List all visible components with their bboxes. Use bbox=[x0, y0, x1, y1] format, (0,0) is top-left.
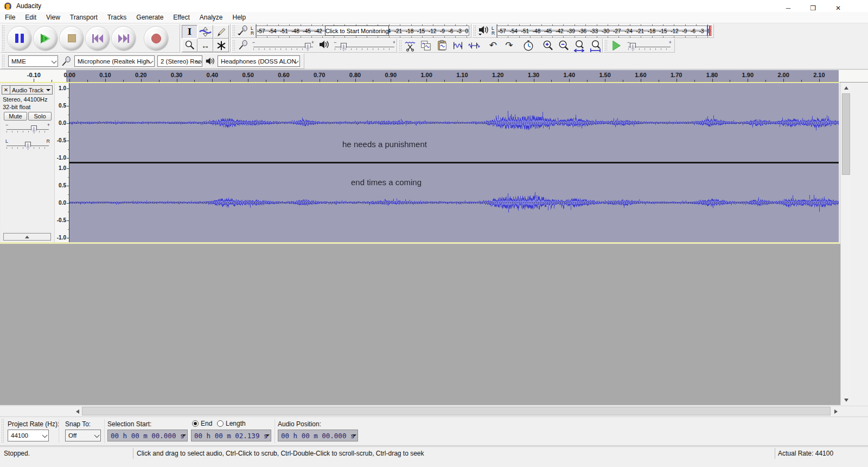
audacity-logo-icon bbox=[4, 2, 12, 10]
menu-bar: File Edit View Transport Tracks Generate… bbox=[0, 12, 868, 23]
project-rate-select[interactable]: 44100 bbox=[8, 430, 49, 441]
envelope-tool-icon bbox=[199, 26, 212, 37]
device-toolbar: MME Microphone (Realtek High 2 (Stereo) … bbox=[1, 53, 304, 69]
selection-toolbar-grabber[interactable] bbox=[1, 419, 5, 444]
record-button[interactable] bbox=[144, 27, 168, 51]
track-collapse-button[interactable] bbox=[3, 233, 51, 241]
recording-meter-grabber[interactable] bbox=[232, 25, 236, 37]
scroll-left-button[interactable] bbox=[72, 406, 82, 416]
playback-volume-speaker-icon bbox=[318, 40, 333, 52]
menu-help[interactable]: Help bbox=[228, 12, 251, 22]
skip-to-end-button[interactable] bbox=[112, 27, 136, 51]
vertical-scrollbar[interactable] bbox=[840, 83, 851, 405]
menu-analyze[interactable]: Analyze bbox=[195, 12, 228, 22]
record-meter-mic-icon[interactable] bbox=[237, 25, 250, 37]
scroll-up-button[interactable] bbox=[841, 83, 851, 92]
vertical-scrollbar-thumb[interactable] bbox=[842, 93, 850, 175]
zoom-out-button[interactable] bbox=[557, 40, 570, 52]
copy-button[interactable] bbox=[419, 40, 433, 52]
mute-button[interactable]: Mute bbox=[4, 112, 27, 121]
end-radio[interactable]: End bbox=[192, 420, 212, 427]
stop-button[interactable] bbox=[60, 27, 84, 51]
playback-meter-bars[interactable]: -57-54-51-48-45-42-39-36-33-30-27-24-21-… bbox=[496, 24, 712, 37]
horizontal-scrollbar[interactable] bbox=[0, 406, 868, 416]
pause-button[interactable] bbox=[8, 27, 31, 51]
sync-lock-button[interactable] bbox=[521, 40, 535, 52]
trim-audio-button[interactable] bbox=[451, 40, 465, 52]
timeshift-tool-button[interactable]: ↔ bbox=[197, 39, 213, 52]
spinner-icon[interactable] bbox=[182, 434, 186, 439]
playback-meter-grabber[interactable] bbox=[473, 25, 477, 37]
track-close-button[interactable]: ✕ bbox=[2, 86, 10, 94]
timeline-ruler[interactable]: -0.100.000.100.200.300.400.500.600.700.8… bbox=[0, 70, 868, 83]
selection-tool-button[interactable]: I bbox=[182, 25, 197, 39]
spinner-icon[interactable] bbox=[352, 434, 356, 439]
waveform-area[interactable]: he needs a punishment end times a coming bbox=[69, 83, 839, 242]
fit-project-button[interactable] bbox=[589, 40, 602, 52]
fit-selection-button[interactable] bbox=[572, 40, 586, 52]
title-bar: Audacity ─ ❒ ✕ bbox=[0, 0, 868, 12]
paste-icon bbox=[436, 40, 448, 52]
scroll-down-button[interactable] bbox=[841, 395, 851, 405]
track-title-bar: ✕ Audio Track bbox=[2, 85, 53, 94]
menu-transport[interactable]: Transport bbox=[65, 12, 103, 22]
draw-tool-button[interactable] bbox=[213, 25, 229, 39]
multi-tool-icon bbox=[216, 40, 227, 51]
transport-toolbar-grabber[interactable] bbox=[2, 25, 5, 52]
length-radio[interactable]: Length bbox=[217, 420, 246, 427]
device-toolbar-grabber[interactable] bbox=[2, 54, 5, 68]
radio-unselected-icon bbox=[217, 420, 224, 427]
playback-meter-speaker-icon[interactable] bbox=[478, 25, 491, 37]
menu-tracks[interactable]: Tracks bbox=[103, 12, 132, 22]
play-button[interactable] bbox=[34, 27, 58, 51]
selection-start-field[interactable]: 00 h 00 m 00.000 s bbox=[107, 430, 188, 441]
recording-device-select[interactable]: Microphone (Realtek High bbox=[74, 55, 155, 67]
menu-generate[interactable]: Generate bbox=[131, 12, 168, 22]
silence-audio-button[interactable] bbox=[467, 40, 481, 52]
menu-file[interactable]: File bbox=[0, 12, 20, 22]
audio-host-select[interactable]: MME bbox=[8, 55, 58, 67]
recording-channels-select[interactable]: 2 (Stereo) Recc bbox=[157, 55, 202, 67]
menu-effect[interactable]: Effect bbox=[168, 12, 194, 22]
mixer-toolbar-grabber[interactable] bbox=[232, 40, 236, 52]
horizontal-scrollbar-thumb[interactable] bbox=[82, 407, 831, 415]
cut-button[interactable] bbox=[403, 40, 417, 52]
spinner-icon[interactable] bbox=[265, 434, 270, 439]
skip-to-start-button[interactable] bbox=[86, 27, 110, 51]
play-at-speed-button[interactable] bbox=[612, 41, 625, 51]
edit-toolbar-grabber[interactable] bbox=[399, 40, 402, 52]
audacity-window: Audacity ─ ❒ ✕ File Edit View Transport … bbox=[0, 0, 868, 467]
track-gain-slider[interactable]: − + bbox=[4, 122, 51, 134]
undo-button[interactable]: ↶ bbox=[486, 40, 500, 52]
menu-edit[interactable]: Edit bbox=[20, 12, 41, 22]
track-name[interactable]: Audio Track bbox=[10, 87, 46, 93]
play-at-speed-grabber[interactable] bbox=[604, 40, 608, 52]
waveform-canvas[interactable] bbox=[69, 83, 839, 242]
playback-volume-slider[interactable]: − + bbox=[333, 40, 397, 52]
track-pan-slider[interactable]: L R bbox=[4, 138, 51, 150]
multi-tool-button[interactable] bbox=[213, 39, 229, 52]
selection-end-field[interactable]: 00 h 00 m 02.139 s bbox=[191, 430, 271, 441]
envelope-tool-button[interactable] bbox=[197, 25, 213, 39]
zoom-in-button[interactable] bbox=[540, 40, 554, 52]
playback-meter-toolbar[interactable]: LR -57-54-51-48-45-42-39-36-33-30-27-24-… bbox=[472, 24, 714, 38]
track-menu-caret-icon[interactable] bbox=[46, 89, 50, 93]
recording-volume-slider[interactable]: − + bbox=[251, 40, 315, 52]
zoom-in-icon bbox=[541, 40, 554, 52]
redo-button[interactable]: ↷ bbox=[502, 40, 516, 52]
solo-button[interactable]: Solo bbox=[28, 112, 52, 121]
stop-icon bbox=[68, 34, 76, 42]
snap-to-select[interactable]: Off bbox=[65, 430, 101, 441]
selection-start-label: Selection Start: bbox=[107, 420, 151, 428]
scroll-right-button[interactable] bbox=[831, 406, 841, 416]
play-speed-slider[interactable]: − + bbox=[626, 40, 673, 52]
empty-track-area[interactable] bbox=[0, 244, 840, 405]
zoom-tool-button[interactable] bbox=[182, 39, 197, 52]
recording-meter-toolbar[interactable]: LR -57-54-51-48-45-42-39-36-33-30-27-24-… bbox=[231, 24, 471, 38]
playback-device-select[interactable]: Headphones (DOSS ALON bbox=[218, 55, 300, 67]
paste-button[interactable] bbox=[435, 40, 449, 52]
audio-position-field[interactable]: 00 h 00 m 00.000 s bbox=[278, 430, 358, 441]
vertical-scale-ruler[interactable]: 1.00.50.0-0.5-1.01.00.50.0-0.5-1.0 bbox=[54, 83, 69, 242]
menu-view[interactable]: View bbox=[41, 12, 65, 22]
draw-tool-icon bbox=[216, 27, 227, 37]
